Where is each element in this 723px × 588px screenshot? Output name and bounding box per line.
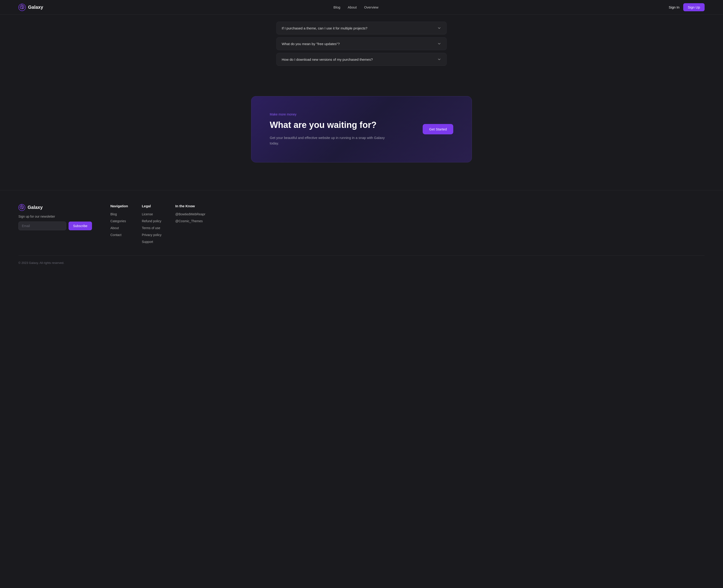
faq-section: If I purchased a theme, can I use it for… — [276, 22, 447, 66]
chevron-down-icon-2 — [437, 42, 441, 46]
faq-item-3: How do I download new versions of my pur… — [276, 53, 447, 66]
footer-bottom: © 2023 Galaxy. All rights reserved. — [18, 255, 705, 265]
footer-col-navigation: Navigation Blog Categories About Contact — [110, 204, 128, 244]
footer-col-intheknow: In the Know @BowtiedWebReapr @Cosmic_The… — [175, 204, 205, 244]
footer-col-intheknow-title: In the Know — [175, 204, 205, 208]
footer-legal-item-support: Support — [142, 240, 162, 244]
chevron-down-icon-1 — [437, 26, 441, 30]
faq-question-3: How do I download new versions of my pur… — [282, 58, 373, 61]
footer-logo[interactable]: Galaxy — [18, 204, 92, 211]
get-started-button[interactable]: Get Started — [423, 124, 453, 134]
subscribe-button[interactable]: Subscribe — [68, 222, 92, 230]
footer-brand: Galaxy Sign up for our newsletter Subscr… — [18, 204, 92, 244]
footer-newsletter-label: Sign up for our newsletter — [18, 215, 92, 218]
navbar-links: Blog About Overview — [334, 5, 379, 9]
section-spacer — [0, 176, 723, 190]
chevron-down-icon-3 — [437, 57, 441, 61]
faq-question-1: If I purchased a theme, can I use it for… — [282, 26, 367, 30]
footer-nav-list: Blog Categories About Contact — [110, 212, 128, 237]
faq-header-3[interactable]: How do I download new versions of my pur… — [277, 53, 446, 66]
footer-nav-item-categories: Categories — [110, 219, 128, 223]
footer-copyright: © 2023 Galaxy. All rights reserved. — [18, 261, 64, 265]
svg-point-1 — [21, 6, 22, 7]
footer-legal-item-privacy: Privacy policy — [142, 233, 162, 237]
footer-nav-item-contact: Contact — [110, 233, 128, 237]
cta-eyebrow: Make more money — [270, 112, 389, 116]
navbar-logo-text: Galaxy — [28, 5, 43, 10]
sign-in-button[interactable]: Sign In — [669, 5, 680, 9]
svg-point-3 — [21, 207, 22, 208]
cta-description: Get your beautiful and effective website… — [270, 135, 389, 146]
footer-nav-item-about: About — [110, 226, 128, 230]
faq-header-1[interactable]: If I purchased a theme, can I use it for… — [277, 22, 446, 34]
footer-col-navigation-title: Navigation — [110, 204, 128, 208]
footer-top: Galaxy Sign up for our newsletter Subscr… — [18, 204, 705, 244]
footer-intheknow-item-1: @BowtiedWebReapr — [175, 212, 205, 216]
footer-legal-item-refund: Refund policy — [142, 219, 162, 223]
footer-legal-item-terms: Terms of use — [142, 226, 162, 230]
footer-nav-item-blog: Blog — [110, 212, 128, 216]
sign-up-button[interactable]: Sign Up — [683, 3, 705, 11]
svg-point-0 — [19, 4, 25, 11]
cta-text-block: Make more money What are you waiting for… — [270, 112, 389, 146]
main-content: If I purchased a theme, can I use it for… — [272, 15, 451, 82]
cta-card: Make more money What are you waiting for… — [251, 96, 472, 163]
faq-question-2: What do you mean by "free updates"? — [282, 42, 340, 46]
faq-item-2: What do you mean by "free updates"? — [276, 37, 447, 50]
faq-header-2[interactable]: What do you mean by "free updates"? — [277, 38, 446, 50]
footer-col-legal-title: Legal — [142, 204, 162, 208]
nav-link-overview[interactable]: Overview — [364, 5, 379, 9]
cta-heading: What are you waiting for? — [270, 120, 389, 130]
footer-columns: Navigation Blog Categories About Contact… — [110, 204, 205, 244]
footer-col-legal: Legal License Refund policy Terms of use… — [142, 204, 162, 244]
navbar-actions: Sign In Sign Up — [669, 3, 705, 11]
email-input[interactable] — [18, 222, 66, 230]
nav-link-blog[interactable]: Blog — [334, 5, 340, 9]
footer-intheknow-list: @BowtiedWebReapr @Cosmic_Themes — [175, 212, 205, 223]
footer-intheknow-item-2: @Cosmic_Themes — [175, 219, 205, 223]
footer-legal-item-license: License — [142, 212, 162, 216]
footer-legal-list: License Refund policy Terms of use Priva… — [142, 212, 162, 244]
nav-link-about[interactable]: About — [348, 5, 357, 9]
galaxy-logo-icon — [18, 4, 26, 11]
faq-item-1: If I purchased a theme, can I use it for… — [276, 22, 447, 35]
navbar: Galaxy Blog About Overview Sign In Sign … — [0, 0, 723, 15]
navbar-logo[interactable]: Galaxy — [18, 4, 43, 11]
footer: Galaxy Sign up for our newsletter Subscr… — [0, 190, 723, 271]
svg-point-2 — [19, 204, 25, 211]
newsletter-form: Subscribe — [18, 222, 92, 230]
cta-section: Make more money What are you waiting for… — [247, 96, 476, 163]
footer-logo-text: Galaxy — [27, 205, 43, 210]
footer-logo-icon — [18, 204, 25, 211]
